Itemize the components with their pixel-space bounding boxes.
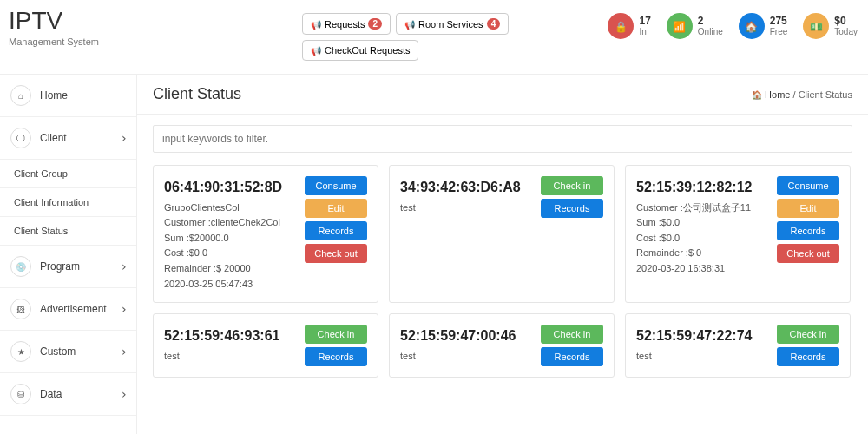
nav-client-group-label: Client Group [14, 168, 68, 179]
client-card: 52:15:59:47:00:46testCheck inRecords [389, 313, 615, 378]
stat-free-lbl: Free [770, 27, 788, 36]
stat-free[interactable]: 275Free [739, 13, 788, 39]
client-mac: 52:15:59:46:93:61 [164, 325, 298, 347]
client-mac: 52:15:59:47:00:46 [400, 325, 534, 347]
home-icon [10, 85, 31, 106]
nav-advert-label: Advertisement [40, 303, 107, 315]
bars-icon [673, 18, 686, 34]
brand: IPTV Management System [9, 7, 99, 47]
records-button[interactable]: Records [305, 347, 367, 366]
nav-data-label: Data [40, 388, 62, 400]
checkout-requests-button[interactable]: CheckOut Requests [302, 40, 418, 61]
client-info-line: test [164, 349, 298, 365]
filter-input[interactable] [153, 125, 852, 153]
client-card: 52:15:59:46:93:61testCheck inRecords [153, 313, 378, 378]
checkout-button[interactable]: Check out [305, 244, 367, 263]
nav-home-label: Home [40, 89, 68, 102]
records-button[interactable]: Records [541, 347, 603, 366]
client-info-line: GrupoClientesCol [164, 201, 298, 216]
breadcrumb-home[interactable]: Home [765, 89, 790, 100]
client-info-line: Cost :$0.0 [164, 246, 298, 261]
edit-button[interactable]: Edit [305, 199, 367, 218]
requests-label: Requests [325, 19, 365, 30]
room-services-badge: 4 [487, 18, 501, 30]
chevron-right-icon: › [121, 387, 128, 401]
nav-data[interactable]: Data› [0, 373, 136, 415]
client-card-buttons: Check inRecords [777, 325, 839, 366]
stat-today-num: $0 [834, 16, 858, 27]
chevron-right-icon: › [121, 302, 128, 316]
client-info-line: test [400, 349, 534, 365]
edit-button[interactable]: Edit [777, 199, 839, 218]
lock-icon [615, 18, 628, 34]
client-info-line: Sum :$20000.0 [164, 231, 298, 247]
client-info-line: Cost :$0.0 [636, 231, 770, 247]
client-card-info: 06:41:90:31:52:8DGrupoClientesColCustome… [164, 176, 298, 292]
breadcrumb-sep: / [790, 89, 798, 100]
client-card-buttons: Check inRecords [541, 176, 603, 292]
nav-program-label: Program [40, 260, 80, 273]
nav-client-info-label: Client Information [14, 197, 89, 207]
monitor-icon [10, 128, 31, 148]
records-button[interactable]: Records [777, 221, 839, 240]
header: IPTV Management System Requests 2 Room S… [0, 0, 868, 75]
checkin-button[interactable]: Check in [305, 325, 367, 344]
client-info-line: 2020-03-20 16:38:31 [636, 261, 770, 277]
nav-custom-label: Custom [40, 345, 76, 358]
house-icon [745, 18, 758, 34]
client-info-line: test [400, 201, 534, 216]
checkin-button[interactable]: Check in [777, 325, 839, 344]
room-services-button[interactable]: Room Services 4 [396, 13, 509, 35]
client-card: 52:15:59:47:22:74testCheck inRecords [625, 313, 851, 378]
client-info-line: Customer :公司测试盒子11 [636, 201, 770, 216]
checkin-button[interactable]: Check in [541, 176, 603, 195]
client-card-buttons: Check inRecords [305, 325, 367, 366]
star-icon [10, 341, 31, 362]
client-info-line: test [636, 349, 770, 365]
checkin-button[interactable]: Check in [541, 325, 603, 344]
nav-client-status[interactable]: Client Status [0, 217, 136, 245]
client-card-buttons: ConsumeEditRecordsCheck out [305, 176, 367, 292]
stat-today[interactable]: $0Today [803, 13, 858, 39]
records-button[interactable]: Records [777, 347, 839, 366]
client-mac: 52:15:39:12:82:12 [636, 176, 770, 199]
home-icon [752, 89, 762, 100]
client-info-line: 2020-03-25 05:47:43 [164, 277, 298, 293]
requests-button[interactable]: Requests 2 [302, 13, 391, 35]
crumbs-bar: Client Status Home / Client Status [137, 75, 868, 115]
records-button[interactable]: Records [541, 199, 603, 218]
brand-title: IPTV [9, 7, 99, 35]
stat-in[interactable]: 17In [608, 13, 650, 39]
nav-client[interactable]: Client› [0, 117, 136, 159]
checkout-button[interactable]: Check out [777, 244, 839, 263]
stat-today-lbl: Today [834, 27, 858, 36]
nav-program[interactable]: Program› [0, 246, 136, 287]
client-card-info: 52:15:59:47:00:46test [400, 325, 534, 366]
brand-subtitle: Management System [9, 36, 99, 47]
client-mac: 34:93:42:63:D6:A8 [400, 176, 534, 199]
bullhorn-icon [404, 19, 415, 30]
disc-icon [10, 256, 31, 277]
nav-advertisement[interactable]: Advertisement› [0, 288, 136, 330]
consume-button[interactable]: Consume [777, 176, 839, 195]
bullhorn-icon [311, 45, 321, 56]
database-icon [10, 384, 31, 404]
records-button[interactable]: Records [305, 221, 367, 240]
nav-home[interactable]: Home [0, 75, 136, 116]
client-card-buttons: ConsumeEditRecordsCheck out [777, 176, 839, 292]
client-mac: 06:41:90:31:52:8D [164, 176, 298, 199]
nav-client-information[interactable]: Client Information [0, 188, 136, 216]
chevron-right-icon: › [121, 131, 128, 145]
content: 06:41:90:31:52:8DGrupoClientesColCustome… [137, 115, 868, 388]
room-services-label: Room Services [418, 19, 483, 30]
nav-client-group[interactable]: Client Group [0, 160, 136, 187]
checkout-requests-label: CheckOut Requests [325, 45, 410, 56]
nav-custom[interactable]: Custom› [0, 331, 136, 372]
requests-badge: 2 [368, 18, 382, 30]
breadcrumb-current: Client Status [799, 89, 852, 100]
nav-client-status-label: Client Status [14, 226, 68, 236]
main: Client Status Home / Client Status 06:41… [137, 75, 868, 434]
chevron-right-icon: › [121, 260, 128, 273]
consume-button[interactable]: Consume [305, 176, 367, 195]
stat-online[interactable]: 2Online [667, 13, 723, 39]
